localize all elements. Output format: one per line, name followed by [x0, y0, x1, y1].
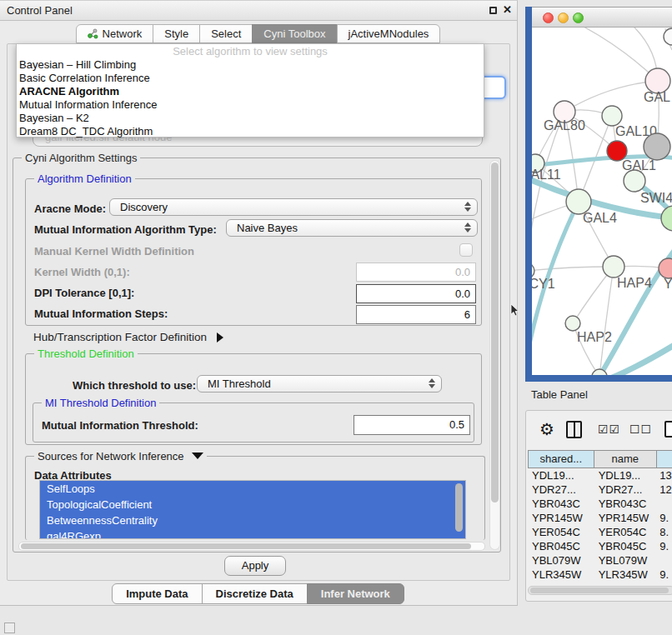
- table-cell[interactable]: 9.: [656, 582, 672, 583]
- settings-vertical-scrollbar[interactable]: [489, 160, 500, 550]
- scrollbar-thumb[interactable]: [530, 588, 669, 593]
- table-cell[interactable]: YBL079W: [528, 553, 594, 568]
- dpi-tolerance-field[interactable]: 0.0: [356, 284, 476, 303]
- tab-cyni-toolbox[interactable]: Cyni Toolbox: [252, 24, 337, 43]
- table-cell[interactable]: 9.: [656, 568, 672, 582]
- network-node-y[interactable]: [659, 258, 672, 278]
- algorithm-option[interactable]: Dream8 DC_TDC Algorithm: [17, 125, 484, 138]
- table-cell[interactable]: YDL19...: [594, 468, 657, 482]
- table-cell[interactable]: YIL052C: [594, 582, 657, 583]
- settings-horizontal-scrollbar[interactable]: [18, 542, 485, 551]
- document-icon[interactable]: [664, 421, 672, 438]
- table-row[interactable]: YLR345WYLR345W9.: [528, 568, 672, 582]
- table-cell[interactable]: YLR345W: [528, 568, 594, 582]
- table-cell[interactable]: YDL19...: [528, 468, 594, 482]
- table-row[interactable]: YBR045CYBR045C9.: [528, 539, 672, 553]
- network-edge[interactable]: [532, 267, 614, 271]
- table-cell[interactable]: [656, 497, 672, 511]
- scrollbar-thumb[interactable]: [491, 162, 499, 502]
- table-cell[interactable]: 13: [656, 468, 672, 482]
- bottom-tab-impute-data[interactable]: Impute Data: [112, 583, 202, 604]
- table-cell[interactable]: YLR345W: [594, 568, 657, 582]
- table-cell[interactable]: YBR045C: [528, 539, 594, 553]
- tab-select[interactable]: Select: [199, 24, 253, 43]
- table-cell[interactable]: YBR043C: [594, 497, 657, 511]
- bottom-tab-discretize-data[interactable]: Discretize Data: [202, 583, 308, 604]
- table-cell[interactable]: YBR043C: [528, 497, 594, 511]
- network-node-gal10[interactable]: [602, 106, 622, 126]
- column-header-shared-name[interactable]: shared...: [528, 450, 594, 468]
- table-cell[interactable]: 8.: [656, 525, 672, 539]
- network-node-hap2[interactable]: [565, 316, 580, 331]
- algorithm-option[interactable]: ARACNE Algorithm: [17, 85, 484, 98]
- table-cell[interactable]: YER054C: [594, 525, 657, 539]
- table-cell[interactable]: YDR27...: [528, 482, 594, 497]
- table-cell[interactable]: YPR145W: [528, 511, 594, 525]
- mi-threshold-field[interactable]: 0.5: [354, 415, 470, 435]
- algorithm-option[interactable]: Bayesian – K2: [17, 112, 484, 125]
- table-cell[interactable]: YBR045C: [594, 539, 657, 553]
- table-row[interactable]: YDR27...YDR27...12: [528, 482, 672, 497]
- sources-group-title[interactable]: Sources for Network Inference: [34, 450, 207, 462]
- table-row[interactable]: YER054CYER054C8.: [528, 525, 672, 539]
- select-all-columns-icon[interactable]: ☑☑: [598, 422, 620, 436]
- tab-network[interactable]: Network: [76, 24, 154, 43]
- minimize-traffic-light-icon[interactable]: [558, 12, 569, 23]
- algorithm-dropdown-list[interactable]: Select algorithm to view settings Bayesi…: [16, 43, 484, 138]
- table-row[interactable]: YBR043CYBR043C: [528, 497, 672, 511]
- network-canvas[interactable]: GALGAL80GAL10GAL1GAL11SWI4GAL4GCY1HAP4YH…: [532, 28, 672, 375]
- table-cell[interactable]: YIL052C: [528, 582, 594, 583]
- table-cell[interactable]: YER054C: [528, 525, 594, 539]
- table-cell[interactable]: 9.: [656, 539, 672, 553]
- which-threshold-combo[interactable]: MI Threshold: [197, 375, 442, 392]
- close-traffic-light-icon[interactable]: [543, 12, 554, 23]
- mi-type-combo[interactable]: Naive Bayes: [226, 219, 478, 237]
- bottom-tab-infer-network[interactable]: Infer Network: [307, 583, 404, 604]
- attribute-list-scrollbar[interactable]: [455, 483, 463, 532]
- network-view-window[interactable]: GALGAL80GAL10GAL1GAL11SWI4GAL4GCY1HAP4YH…: [525, 7, 672, 382]
- attribute-list-item[interactable]: TopologicalCoefficient: [40, 497, 465, 512]
- network-node-hap4[interactable]: [603, 256, 624, 278]
- attribute-list-item[interactable]: gal4RGexp: [40, 528, 465, 539]
- deselect-all-columns-icon[interactable]: ☐☐: [629, 422, 652, 436]
- zoom-traffic-light-icon[interactable]: [573, 12, 584, 23]
- table-row[interactable]: YPR145WYPR145W9.: [528, 511, 672, 525]
- kernel-width-field[interactable]: 0.0: [356, 262, 476, 282]
- table-horizontal-scrollbar[interactable]: [528, 586, 672, 595]
- hub-definition-expander[interactable]: Hub/Transcription Factor Definition: [33, 331, 223, 343]
- table-cell[interactable]: 9.: [656, 511, 672, 525]
- network-window-titlebar[interactable]: [532, 7, 672, 28]
- network-node-swi4[interactable]: [624, 170, 645, 192]
- tab-jactivemnodules[interactable]: jActiveMNodules: [337, 24, 441, 43]
- table-row[interactable]: YDL19...YDL19...13: [528, 468, 672, 482]
- close-icon[interactable]: ✕: [503, 3, 512, 16]
- apply-button[interactable]: Apply: [224, 556, 286, 576]
- table-cell[interactable]: 12: [656, 482, 672, 497]
- table-row[interactable]: YBL079WYBL079W: [528, 553, 672, 568]
- algorithm-option[interactable]: Basic Correlation Inference: [17, 72, 484, 85]
- column-header-clipped[interactable]: [656, 450, 672, 468]
- algorithm-option[interactable]: Mutual Information Inference: [17, 98, 484, 112]
- aracne-mode-combo[interactable]: Discovery: [109, 198, 478, 216]
- data-attributes-list[interactable]: SelfLoopsTopologicalCoefficientBetweenne…: [39, 480, 466, 539]
- scrollbar-thumb[interactable]: [21, 543, 471, 549]
- split-columns-icon[interactable]: [566, 421, 582, 438]
- minimized-panel-icon[interactable]: [4, 622, 15, 633]
- tab-style[interactable]: Style: [153, 24, 200, 43]
- table-cell[interactable]: YDR27...: [594, 482, 657, 497]
- table-cell[interactable]: YBL079W: [594, 553, 657, 568]
- gear-icon[interactable]: ⚙: [539, 421, 554, 438]
- manual-kernel-checkbox[interactable]: [459, 243, 473, 257]
- float-window-icon[interactable]: [489, 7, 497, 14]
- column-header-name[interactable]: name: [594, 450, 658, 468]
- table-cell[interactable]: YPR145W: [594, 511, 657, 525]
- table-cell[interactable]: [656, 553, 672, 568]
- network-node[interactable]: [664, 28, 672, 45]
- attribute-list-item[interactable]: BetweennessCentrality: [40, 512, 465, 528]
- attribute-list-item[interactable]: SelfLoops: [40, 481, 465, 497]
- network-edge[interactable]: [584, 28, 658, 81]
- network-node[interactable]: [644, 133, 670, 160]
- mi-steps-field[interactable]: 6: [356, 305, 476, 324]
- table-row[interactable]: YIL052CYIL052C9.: [528, 582, 672, 583]
- network-node[interactable]: [661, 206, 672, 231]
